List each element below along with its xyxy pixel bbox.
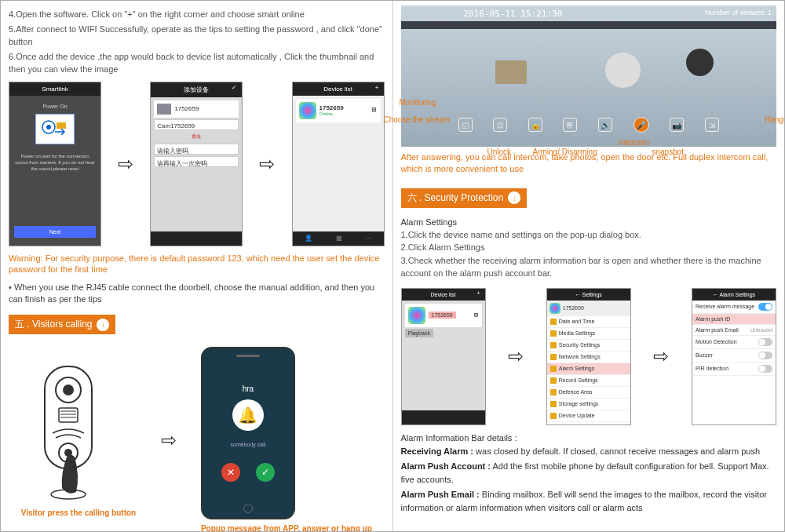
- snapshot-button[interactable]: 📷: [670, 118, 684, 132]
- alarm-step-3: 3.Check whether the receiving alarm info…: [401, 254, 777, 280]
- caller-name: hra: [243, 384, 254, 393]
- settings-network[interactable]: Network Settings: [547, 352, 630, 363]
- device-list-screen: Device list+ 1752659 Online ⛨ 👤▦⋯: [292, 82, 385, 246]
- settings-defence[interactable]: Defence Area: [547, 387, 630, 399]
- alarm-screenshots: Device list+ 1752659⛨ Playback ⇨ ← Setti…: [401, 288, 777, 425]
- down-arrow-icon: ↓: [97, 319, 109, 331]
- label-hangup: Hangup: [765, 115, 785, 124]
- arrow-icon: ⇨: [259, 153, 275, 175]
- speaker-button[interactable]: 🔊: [598, 118, 612, 132]
- plus-icon[interactable]: +: [375, 84, 379, 91]
- step-5: 5.After connect to WIFI Successfully, op…: [9, 24, 385, 48]
- monitoring-button[interactable]: ⊡: [493, 118, 507, 132]
- label-unlock: Unlock: [487, 148, 512, 156]
- svg-rect-6: [59, 408, 78, 422]
- settings-screen: ← Settings 1752659 Date and Time Media S…: [546, 288, 631, 425]
- label-arming: Arming/ Disarming: [533, 148, 597, 156]
- doorbell-illustration: [21, 363, 115, 504]
- alarm-step-2: 2.Click Alarm Settings: [401, 241, 777, 254]
- alarm-push-email[interactable]: Alarm push EmailUnbound: [692, 325, 776, 336]
- settings-alarm[interactable]: Alarm Settings: [547, 363, 630, 375]
- device-item[interactable]: 1752659 Online ⛨: [296, 99, 381, 122]
- visitor-calling-row: Visitor press the calling button ⇨ hra 🔔…: [9, 347, 385, 532]
- right-column: 2016-05-11 15:21:30 Number of viewers: 1…: [393, 1, 785, 531]
- bell-icon: 🔔: [232, 399, 264, 431]
- password-input[interactable]: 请输入密码: [154, 144, 239, 155]
- hangup-button[interactable]: ⇲: [705, 118, 719, 132]
- label-snapshot: snapshot: [652, 148, 685, 156]
- device-id: 1752659: [174, 105, 199, 112]
- hangup-button[interactable]: ✕: [221, 463, 240, 482]
- motion-toggle[interactable]: Motion Detection: [692, 336, 776, 349]
- power-hint: Power on,wait for the connection sound f…: [14, 154, 96, 172]
- settings-date-time[interactable]: Date and Time: [547, 316, 630, 328]
- label-stream: Choose the stream: [384, 115, 451, 124]
- settings-storage[interactable]: Storage settings: [547, 399, 630, 410]
- section-6-header: 六 . Security Protection ↓: [401, 188, 528, 208]
- step-4: 4.Open the software. Click on "+" on the…: [9, 9, 385, 20]
- more-icon[interactable]: ⋯: [366, 235, 372, 242]
- step-6: 6.Once add the device ,the app would bac…: [9, 51, 385, 75]
- alarm-push-id[interactable]: Alarm push ID: [692, 314, 776, 325]
- add-device-screen: 添加设备✓ 1752659 Cam1752659 重做 请输入密码 请再输入一次…: [150, 82, 243, 246]
- camera-live-view: 2016-05-11 15:21:30 Number of viewers: 1…: [401, 5, 777, 147]
- buzzer-toggle[interactable]: Buzzer: [692, 349, 776, 363]
- unlock-button[interactable]: 🔓: [528, 118, 542, 132]
- next-button[interactable]: Next: [14, 226, 96, 238]
- camera-timestamp: 2016-05-11 15:21:30: [464, 9, 563, 19]
- setup-screenshots: Smartlink Power On Power on,wait for the…: [9, 82, 385, 246]
- device-row[interactable]: 1752659⛨: [405, 304, 482, 327]
- image-icon[interactable]: ▦: [336, 235, 342, 242]
- alarm-settings-heading: Alarm Settings: [401, 217, 777, 227]
- alarm-settings-screen: ← Alarm Settings Receive alarm message A…: [692, 288, 776, 425]
- confirm-icon[interactable]: ✓: [232, 84, 237, 91]
- password-confirm-input[interactable]: 请再输入一次密码: [154, 156, 239, 167]
- receive-alarm-toggle[interactable]: Receive alarm message: [692, 301, 776, 314]
- alarm-step-1: 1.Click the device name and settings on …: [401, 228, 777, 242]
- phone-caption: Popup message from APP, answer or hang u…: [201, 524, 372, 532]
- arrow-icon: ⇨: [118, 153, 133, 175]
- settings-update[interactable]: Device Update: [547, 410, 630, 422]
- left-column: 4.Open the software. Click on "+" on the…: [1, 1, 393, 531]
- device-list-header: Device list+: [293, 82, 384, 96]
- label-intercom: intercom: [619, 138, 649, 147]
- arming-button[interactable]: ⛨: [563, 118, 577, 132]
- settings-media[interactable]: Media Settings: [547, 328, 630, 340]
- doorbell-caption: Visitor press the calling button: [21, 508, 137, 517]
- camera-toolbar: ◱ ⊡ 🔓 ⛨ 🔊 🎤 📷 ⇲: [448, 117, 730, 133]
- settings-record[interactable]: Record Settings: [547, 375, 630, 387]
- alarm-devlist-screen: Device list+ 1752659⛨ Playback: [401, 288, 486, 425]
- incoming-call-screen: hra 🔔 somebody call ✕ ✓: [201, 347, 295, 519]
- rj45-note: • When you use the RJ45 cable connect th…: [9, 282, 385, 306]
- settings-security[interactable]: Security Settings: [547, 340, 630, 352]
- warning-text: Warning: For security purpose, there is …: [9, 253, 385, 275]
- playback-button[interactable]: Playback: [405, 329, 433, 337]
- label-monitoring: Monitoring: [400, 98, 436, 107]
- detail-push-account: Alarm Push Account : Add the first mobil…: [401, 460, 777, 486]
- name-input[interactable]: Cam1752659: [154, 119, 239, 130]
- contact-icon[interactable]: 👤: [305, 235, 312, 242]
- answer-button[interactable]: ✓: [256, 463, 275, 482]
- pir-toggle[interactable]: PIR detection: [692, 363, 776, 376]
- smartlink-header: Smartlink: [9, 82, 100, 96]
- plus-icon[interactable]: +: [476, 290, 480, 296]
- detail-receiving: Receiving Alarm : was closed by default.…: [401, 445, 777, 458]
- power-on-label: Power On: [14, 104, 96, 109]
- svg-point-1: [46, 125, 51, 129]
- detail-push-email: Alarm Push Email : Binding mailbox. Bell…: [401, 488, 777, 514]
- svg-point-5: [63, 384, 74, 395]
- intercom-button[interactable]: 🎤: [633, 117, 649, 133]
- stream-button[interactable]: ◱: [458, 118, 473, 132]
- smartlink-screen: Smartlink Power On Power on,wait for the…: [9, 82, 101, 246]
- arrow-icon: ⇨: [508, 345, 524, 367]
- device-thumbnail-icon: [299, 102, 316, 119]
- arming-icon[interactable]: ⛨: [371, 107, 378, 114]
- down-arrow-icon: ↓: [508, 191, 520, 204]
- redo-text: 重做: [154, 133, 239, 140]
- add-device-header: 添加设备✓: [151, 82, 242, 97]
- svg-rect-2: [57, 122, 66, 129]
- section-5-header: 五 . Visitors calling ↓: [9, 315, 115, 334]
- alarm-details-heading: Alarm Information Bar details :: [401, 433, 777, 443]
- camera-icon: [35, 114, 75, 144]
- arrow-icon: ⇨: [653, 345, 669, 367]
